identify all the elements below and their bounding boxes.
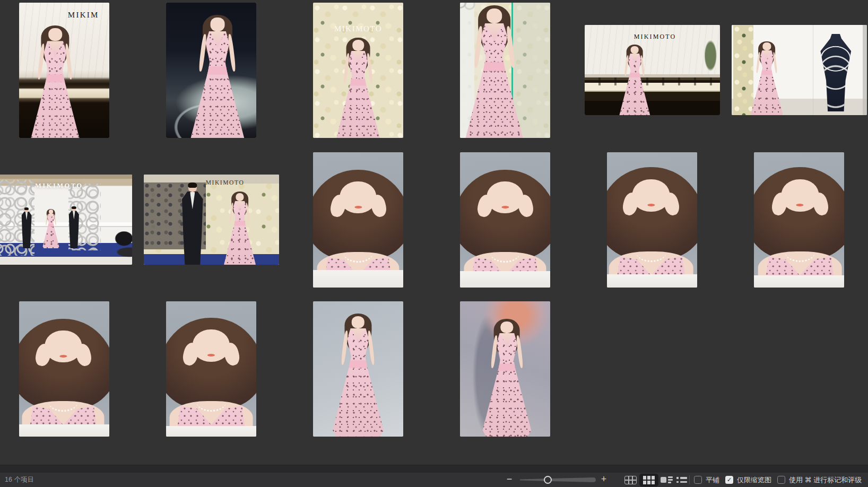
brand-signage-text: MIKIMOTO [334,24,382,33]
pink-standing-figure [462,5,527,138]
photo-thumbnail-6[interactable] [732,25,867,115]
ribbon-cutting-photo: MIKIMOTO [0,175,132,265]
pink-closeup-figure [607,167,697,288]
thumbnails-only-checkbox[interactable]: ✓ [725,476,733,484]
table-surface [607,274,697,288]
photo-browser-window: MIKIMMIKIMOTOMIKIMOTOMIKIMOTOMIKIMOTO 16… [0,0,868,487]
thumbnails-only-label[interactable]: 仅限缩览图 [737,475,771,485]
table-surface [19,424,109,437]
slider-track-icon [520,477,596,482]
slider-knob[interactable] [544,476,552,484]
photo-thumbnail-5[interactable]: MIKIMOTO [585,25,720,115]
brand-signage-text: MIKIM [68,11,99,20]
boutique-display-photo [732,25,867,115]
photo-thumbnail-11[interactable] [607,152,697,288]
pink-closeup-figure [166,318,256,437]
brand-signage-text: MIKIMOTO [634,33,676,41]
table-surface [166,426,256,437]
photo-thumbnail-13[interactable] [19,301,109,437]
pink-closeup-figure [754,167,844,288]
table-surface [460,271,550,288]
icon-view-button[interactable] [622,474,639,486]
flower-wall-photo: MIKIMOTO [313,3,403,138]
photo-thumbnail-14[interactable] [166,301,256,437]
view-mode-buttons [622,473,689,487]
brand-signage-text: MIKIMOTO [35,182,83,190]
pink-standing-figure [27,25,84,138]
studio-photo [166,301,256,437]
use-cmd-tagging-option: 使用 ⌘ 进行标记和评级 [777,475,862,485]
studio-photo [313,152,403,288]
photo-thumbnail-16[interactable] [460,301,550,437]
pink-closeup-figure [460,170,550,288]
brand-signage-text: MIKIMOTO [206,179,245,186]
photo-thumbnail-8[interactable]: MIKIMOTO [144,175,279,265]
suit-flowers-photo: MIKIMOTO [144,175,279,265]
studio-photo [19,301,109,437]
boutique-portrait-photo: MIKIM [19,3,109,138]
flower-mirror-photo [460,3,550,138]
studio-photo [460,152,550,288]
mannequin-figure [815,34,856,111]
photo-thumbnail-2[interactable] [166,3,256,138]
thumbnail-size-slider[interactable] [520,477,596,482]
use-cmd-tagging-checkbox[interactable] [777,476,785,484]
studio-photo [607,152,697,288]
suit-standing-figure [66,207,81,248]
pink-standing-figure [481,319,533,437]
photo-grid: MIKIMMIKIMOTOMIKIMOTOMIKIMOTOMIKIMOTO [0,0,868,465]
pink-standing-figure [331,314,385,437]
suit-standing-figure [177,184,208,265]
photo-thumbnail-12[interactable] [754,152,844,288]
pink-standing-figure [750,41,784,115]
photo-thumbnail-1[interactable]: MIKIM [19,3,109,138]
item-count-label: 16 个项目 [5,473,34,487]
thumbnails-only-option: ✓仅限缩览图 [725,475,771,485]
photo-thumbnail-15[interactable] [313,301,403,437]
studio-full-photo [313,301,403,437]
pink-standing-figure [223,192,257,265]
studio-pink-photo [460,301,550,437]
tile-option: 平铺 [694,475,719,485]
photo-thumbnail-4[interactable] [460,3,550,138]
toolbar-strip [0,465,868,473]
photo-thumbnail-7[interactable]: MIKIMOTO [0,175,132,265]
grid-view-button[interactable] [639,474,658,486]
tile-checkbox[interactable] [694,476,702,484]
list-view-button[interactable] [674,474,689,486]
studio-photo [754,152,844,288]
divider [689,475,690,484]
use-cmd-tagging-label[interactable]: 使用 ⌘ 进行标记和评级 [789,475,862,485]
table-surface [754,275,844,288]
pink-standing-figure [188,15,247,138]
zoom-in-button[interactable]: + [598,473,610,487]
zoom-out-button[interactable]: − [504,473,515,487]
photo-thumbnail-10[interactable] [460,152,550,288]
boutique-landscape-photo: MIKIMOTO [585,25,720,115]
pink-closeup-figure [19,319,109,437]
pink-standing-figure [42,209,60,249]
status-bar: 16 个项目 − + 平铺✓仅限缩览图使用 ⌘ 进行标记和评级 [0,473,868,487]
gallery-view-button[interactable] [659,474,674,486]
pink-standing-figure [334,38,382,138]
boutique-dark-photo [166,3,256,138]
table-surface [313,270,403,288]
display-options: 平铺✓仅限缩览图使用 ⌘ 进行标记和评级 [694,473,862,487]
suit-standing-figure [19,208,34,249]
pink-standing-figure [619,45,651,115]
tile-label[interactable]: 平铺 [706,475,719,485]
photo-thumbnail-3[interactable]: MIKIMOTO [313,3,403,138]
photo-thumbnail-9[interactable] [313,152,403,288]
